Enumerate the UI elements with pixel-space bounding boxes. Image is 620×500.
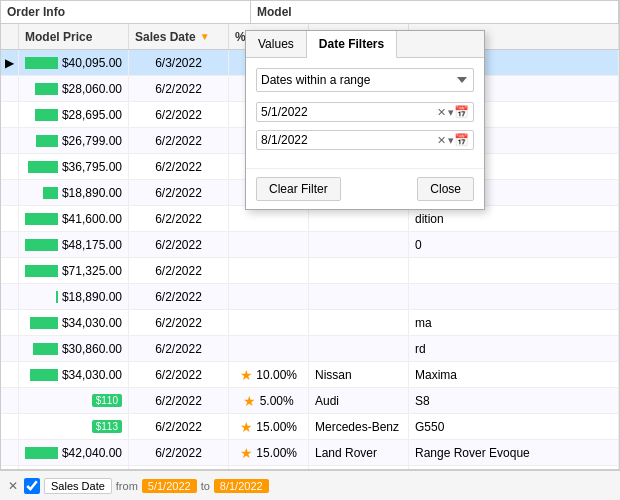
star-icon: ★ xyxy=(243,393,256,409)
row-arrow-cell xyxy=(1,128,19,153)
row-arrow-cell xyxy=(1,362,19,387)
table-row[interactable]: $34,030.00 6/2/2022 ★ 10.00% Nissan Maxi… xyxy=(1,362,619,388)
name-value: Maxima xyxy=(415,368,457,382)
price-value: $18,890.00 xyxy=(62,186,122,200)
model-label: Model xyxy=(257,5,292,19)
close-button[interactable]: Close xyxy=(417,177,474,201)
date-value: 6/2/2022 xyxy=(155,238,202,252)
trademark-cell: Land Rover xyxy=(309,440,409,465)
trademark-value: Land Rover xyxy=(315,446,377,460)
name-cell: 0 xyxy=(409,232,619,257)
name-cell: S8 xyxy=(409,388,619,413)
filter-type-select[interactable]: Dates within a rangeDate equalsDate befo… xyxy=(256,68,474,92)
from-date-input[interactable] xyxy=(261,105,435,119)
tab-date-filters[interactable]: Date Filters xyxy=(307,31,397,58)
name-value: dition xyxy=(415,212,444,226)
trademark-cell: Audi xyxy=(309,388,409,413)
bottom-close-btn[interactable]: ✕ xyxy=(6,479,20,493)
price-cell: $34,030.00 xyxy=(19,362,129,387)
date-cell: 6/2/2022 xyxy=(129,310,229,335)
date-cell: 6/2/2022 xyxy=(129,284,229,309)
date-value: 6/2/2022 xyxy=(155,264,202,278)
table-row[interactable]: $34,030.00 6/2/2022 ma xyxy=(1,310,619,336)
price-bar-container: $40,095.00 xyxy=(25,56,122,70)
price-bar xyxy=(25,213,58,225)
date-value: 6/2/2022 xyxy=(155,446,202,460)
price-value: $41,600.00 xyxy=(62,212,122,226)
table-row[interactable]: $48,175.00 6/2/2022 0 xyxy=(1,232,619,258)
price-bar-container: $28,695.00 xyxy=(25,108,122,122)
price-bar xyxy=(33,343,58,355)
bottom-checkbox[interactable] xyxy=(24,478,40,494)
table-row[interactable]: $18,890.00 6/2/2022 xyxy=(1,284,619,310)
to-date-clear-btn[interactable]: ✕ xyxy=(437,134,446,147)
to-date-input[interactable] xyxy=(261,133,435,147)
price-bar-container: $42,040.00 xyxy=(25,446,122,460)
price-bar-container: $28,060.00 xyxy=(25,82,122,96)
name-value: ma xyxy=(415,316,432,330)
row-arrow-cell xyxy=(1,206,19,231)
date-cell: 6/2/2022 xyxy=(129,440,229,465)
trademark-cell: Nissan xyxy=(309,362,409,387)
price-bar xyxy=(25,239,58,251)
name-value: S8 xyxy=(415,394,430,408)
discount-value: 15.00% xyxy=(256,446,297,460)
trademark-cell xyxy=(309,336,409,361)
date-cell: 6/2/2022 xyxy=(129,154,229,179)
price-bar xyxy=(30,369,58,381)
table-row[interactable]: $110 6/2/2022 ★ 5.00% Audi S8 xyxy=(1,388,619,414)
date-cell: 6/2/2022 xyxy=(129,102,229,127)
row-arrow-cell xyxy=(1,180,19,205)
price-value: $40,095.00 xyxy=(62,56,122,70)
discount-cell: ★ 5.00% xyxy=(229,388,309,413)
price-bar xyxy=(25,447,58,459)
price-cell: $42,040.00 xyxy=(19,440,129,465)
date-cell: 6/2/2022 xyxy=(129,336,229,361)
trademark-value: Nissan xyxy=(315,368,352,382)
row-arrow-cell xyxy=(1,76,19,101)
price-bar-container: $34,030.00 xyxy=(25,368,122,382)
date-value: 6/2/2022 xyxy=(155,108,202,122)
table-row[interactable]: $113 6/2/2022 ★ 15.00% Mercedes-Benz G55… xyxy=(1,414,619,440)
price-value: $48,175.00 xyxy=(62,238,122,252)
table-row[interactable]: $42,040.00 6/2/2022 ★ 15.00% Land Rover … xyxy=(1,440,619,466)
row-arrow-icon: ▶ xyxy=(5,56,14,70)
bottom-from-value: 5/1/2022 xyxy=(142,479,197,493)
table-row[interactable]: $71,325.00 6/2/2022 xyxy=(1,258,619,284)
price-bar xyxy=(28,161,58,173)
tab-values[interactable]: Values xyxy=(246,31,307,57)
date-cell: 6/3/2022 xyxy=(129,50,229,75)
price-bar xyxy=(35,83,58,95)
table-row[interactable]: $30,860.00 6/2/2022 rd xyxy=(1,336,619,362)
price-cell: $28,695.00 xyxy=(19,102,129,127)
order-info-label: Order Info xyxy=(7,5,65,19)
price-cell: $40,095.00 xyxy=(19,50,129,75)
name-cell xyxy=(409,284,619,309)
row-arrow-cell xyxy=(1,440,19,465)
name-cell: G550 xyxy=(409,414,619,439)
row-arrow-cell xyxy=(1,336,19,361)
price-bar-container: $30,860.00 xyxy=(25,342,122,356)
date-cell: 6/2/2022 xyxy=(129,76,229,101)
col-header-model-price[interactable]: Model Price xyxy=(19,24,129,49)
discount-cell: ★ 10.00% xyxy=(229,362,309,387)
from-date-clear-btn[interactable]: ✕ xyxy=(437,106,446,119)
star-icon: ★ xyxy=(240,445,253,461)
price-bar-container: $34,030.00 xyxy=(25,316,122,330)
name-value: 0 xyxy=(415,238,422,252)
price-cell: $30,860.00 xyxy=(19,336,129,361)
filter-tabs: Values Date Filters xyxy=(246,31,484,58)
clear-filter-button[interactable]: Clear Filter xyxy=(256,177,341,201)
from-date-cal-btn[interactable]: 📅 xyxy=(454,105,469,119)
price-bar-container: $71,325.00 xyxy=(25,264,122,278)
to-date-cal-btn[interactable]: 📅 xyxy=(454,133,469,147)
price-cell: $41,600.00 xyxy=(19,206,129,231)
col-group-header-row: Order Info Model xyxy=(1,1,619,24)
discount-cell: ★ 15.00% xyxy=(229,440,309,465)
bottom-field-label: Sales Date xyxy=(44,478,112,494)
date-cell: 6/2/2022 xyxy=(129,206,229,231)
price-badge: $113 xyxy=(92,420,122,433)
col-header-sales-date[interactable]: Sales Date ▼ xyxy=(129,24,229,49)
row-arrow-cell xyxy=(1,102,19,127)
from-date-input-row: ✕ ▾ 📅 xyxy=(256,102,474,122)
